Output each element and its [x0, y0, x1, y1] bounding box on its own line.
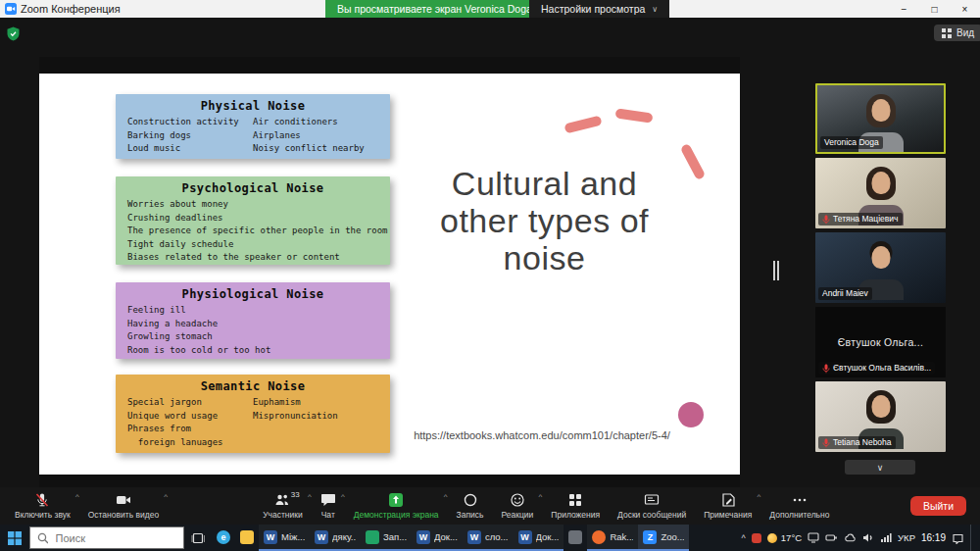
windows-logo-icon	[8, 531, 22, 545]
word-doc-icon: W	[416, 530, 430, 544]
taskbar-app-label: Док...	[536, 531, 560, 542]
battery-icon[interactable]	[825, 532, 838, 543]
zoom-app-icon: Z	[643, 530, 657, 544]
video-tile-yevtushok-olha[interactable]: Євтушок Ольга... Євтушок Ольга Василів..…	[815, 307, 946, 377]
taskbar-app-word-2[interactable]: W дяку...	[310, 525, 361, 551]
taskbar-app-rak[interactable]: Rak...	[587, 525, 638, 551]
panel-resize-handle[interactable]	[773, 261, 779, 280]
slide-title-line: noise	[351, 239, 738, 276]
video-tile-andrii-maiev[interactable]: Andrii Maiev	[815, 232, 946, 303]
participant-nametag: Tetiana Neboha	[818, 436, 896, 449]
taskbar-app-label: Зап...	[383, 531, 407, 542]
slide-title-line: Cultural and	[351, 165, 738, 202]
noise-item: Having a headache	[127, 318, 270, 331]
noise-item: Air conditioners	[253, 116, 365, 129]
participant-nametag: Євтушок Ольга Василів...	[818, 362, 935, 375]
video-tile-veronica-doga[interactable]: Veronica Doga	[815, 83, 946, 154]
search-input[interactable]	[54, 531, 176, 545]
stop-video-button[interactable]: Остановить видео ^	[79, 487, 168, 525]
participants-label: Участники	[263, 510, 303, 520]
unmute-button[interactable]: Включить звук ^	[6, 487, 79, 525]
noise-item: Room is too cold or too hot	[127, 344, 270, 358]
taskbar-app-label: сло...	[485, 531, 509, 542]
noise-box-physiological: Physiological Noise Feeling ill Having a…	[116, 282, 390, 359]
system-tray: ^ 17°C УКР 16:19	[742, 525, 980, 551]
share-screen-button[interactable]: Демонстрация экрана ^	[345, 487, 448, 525]
leave-meeting-button[interactable]: Выйти	[910, 496, 966, 516]
more-button[interactable]: Дополнительно	[760, 487, 838, 525]
taskbar-app-word-5[interactable]: W Док...	[514, 525, 564, 551]
chat-button[interactable]: Чат ^	[312, 487, 345, 525]
stop-video-label: Остановить видео	[88, 510, 159, 520]
reactions-label: Реакции	[501, 510, 533, 520]
folder-icon	[240, 530, 254, 544]
minimize-button[interactable]: −	[889, 0, 919, 18]
weather-widget[interactable]: 17°C	[767, 532, 802, 543]
taskbar-app-word-3[interactable]: W Док...	[412, 525, 463, 551]
slide-bottom-bar	[39, 475, 740, 487]
taskbar-app-green[interactable]: Зап...	[361, 525, 412, 551]
chat-icon	[320, 492, 336, 508]
accent-dash	[564, 116, 602, 134]
share-screen-label: Демонстрация экрана	[354, 510, 439, 520]
camera-app-icon	[568, 530, 582, 544]
noise-item: Crushing deadlines	[127, 212, 388, 225]
viewing-screen-banner: Вы просматриваете экран Veronica Doga	[325, 0, 544, 18]
antivirus-tray-icon[interactable]	[752, 533, 761, 543]
view-settings-button[interactable]: Настройки просмотра ∨	[529, 0, 669, 18]
noise-item: Airplanes	[253, 129, 365, 143]
notes-button[interactable]: Примечания ^	[695, 487, 760, 525]
video-tile-tetiana-matsiievych[interactable]: Тетяна Маціевич	[815, 158, 946, 228]
apps-grid-icon	[567, 492, 583, 508]
meeting-security-shield-icon[interactable]	[7, 26, 20, 45]
display-tray-icon[interactable]	[808, 532, 819, 543]
volume-icon[interactable]	[862, 532, 874, 543]
action-center-icon[interactable]	[952, 532, 964, 544]
taskbar-app-explorer[interactable]	[235, 525, 259, 551]
network-icon[interactable]	[880, 532, 892, 543]
apps-button[interactable]: Приложения	[542, 487, 609, 525]
language-indicator[interactable]: УКР	[898, 532, 915, 543]
app-icon	[592, 530, 606, 544]
close-button[interactable]: ×	[950, 0, 980, 18]
whiteboards-button[interactable]: Доски сообщений	[609, 487, 695, 525]
taskbar-app-edge[interactable]: e	[212, 525, 235, 551]
video-options-caret[interactable]: ^	[164, 492, 168, 501]
noise-box-title: Semantic Noise	[116, 375, 390, 393]
slide-title: Cultural and other types of noise	[351, 165, 738, 276]
taskbar-app-label: Rak...	[610, 531, 633, 542]
record-button[interactable]: Запись	[448, 487, 493, 525]
task-view-button[interactable]	[184, 525, 212, 551]
participant-nametag: Тетяна Маціевич	[818, 213, 903, 225]
taskbar-search[interactable]	[29, 526, 184, 549]
taskbar-app-zoom[interactable]: Z Zoo...	[638, 525, 689, 551]
more-participants-chevron[interactable]: ∨	[845, 460, 915, 475]
record-icon	[463, 492, 478, 508]
participants-button[interactable]: Участники 33 ^	[254, 487, 312, 525]
taskbar-app-label: Док...	[434, 531, 458, 542]
reactions-button[interactable]: Реакции ^	[492, 487, 542, 525]
hidden-icons-chevron[interactable]: ^	[742, 533, 746, 543]
clock[interactable]: 16:19	[921, 532, 946, 543]
participant-name: Veronica Doga	[824, 137, 879, 148]
noise-item: Biases related to the speaker or content	[127, 251, 388, 265]
taskbar-app-word-4[interactable]: W сло...	[463, 525, 514, 551]
chat-label: Чат	[321, 510, 335, 520]
show-desktop-strip[interactable]	[970, 525, 974, 551]
meeting-stage: Вид Physical Noise Construction activity…	[0, 18, 980, 487]
view-layout-button[interactable]: Вид	[934, 25, 980, 41]
noise-item: Tight daily schedule	[127, 238, 388, 252]
noise-box-title: Physiological Noise	[116, 282, 390, 301]
zoom-toolbar: Включить звук ^ Остановить видео ^ Участ…	[0, 487, 980, 525]
taskbar-app-word-1[interactable]: W Між...	[259, 525, 310, 551]
video-tile-tetiana-neboha[interactable]: Tetiana Neboha	[815, 381, 946, 452]
window-controls: − □ ×	[889, 0, 980, 18]
window-titlebar: Zoom Конференция Вы просматриваете экран…	[0, 0, 980, 18]
unmute-label: Включить звук	[15, 510, 71, 520]
maximize-button[interactable]: □	[919, 0, 950, 18]
whiteboards-label: Доски сообщений	[617, 510, 686, 520]
taskbar-app-camera[interactable]	[564, 525, 587, 551]
start-button[interactable]	[0, 525, 29, 551]
word-doc-icon: W	[264, 530, 277, 544]
cloud-icon[interactable]	[844, 532, 857, 543]
